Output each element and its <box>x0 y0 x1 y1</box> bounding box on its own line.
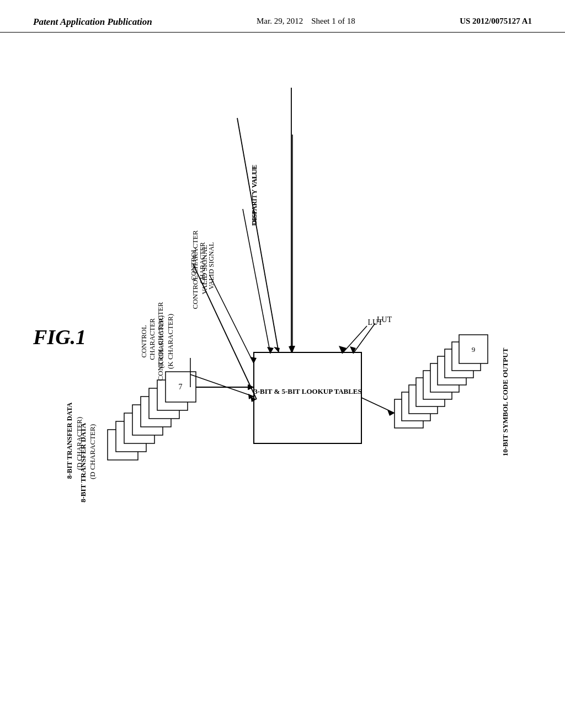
figure-diagram: 0 1 2 3 4 5 6 7 8-BIT TRANSFER DATA (D C… <box>0 33 565 705</box>
publication-number: US 2012/0075127 A1 <box>460 17 532 26</box>
svg-text:CONTROL: CONTROL <box>140 325 148 357</box>
svg-text:(D CHARACTER): (D CHARACTER) <box>88 424 97 479</box>
svg-text:CHARACTER: CHARACTER <box>199 242 206 283</box>
svg-line-60 <box>361 398 395 413</box>
diagram-area: FIG.1 0 1 2 3 4 5 6 7 8- <box>0 33 565 705</box>
svg-text:DISPARITY VALUE: DISPARITY VALUE <box>250 165 258 225</box>
svg-text:10-BIT SYMBOL CODE OUTPUT: 10-BIT SYMBOL CODE OUTPUT <box>501 347 509 456</box>
svg-marker-66 <box>248 384 254 390</box>
svg-text:LUT: LUT <box>377 315 392 324</box>
svg-text:3-BIT & 5-BIT LOOKUP TABLES: 3-BIT & 5-BIT LOOKUP TABLES <box>254 387 362 395</box>
svg-line-63 <box>237 118 279 352</box>
svg-text:7: 7 <box>179 383 183 391</box>
svg-line-80 <box>353 323 375 354</box>
svg-line-25 <box>210 275 254 363</box>
svg-text:(K CHARACTER): (K CHARACTER) <box>157 315 165 368</box>
svg-text:(K CHARACTER): (K CHARACTER) <box>166 314 174 369</box>
svg-rect-18 <box>254 352 361 443</box>
svg-text:9: 9 <box>472 345 476 354</box>
svg-text:(D CHARACTER): (D CHARACTER) <box>76 417 83 470</box>
svg-text:8-BIT TRANSFER DATA: 8-BIT TRANSFER DATA <box>66 403 73 479</box>
svg-text:CONTROL: CONTROL <box>190 248 198 280</box>
svg-line-37 <box>190 374 254 397</box>
publication-date-sheet: Mar. 29, 2012 Sheet 1 of 18 <box>257 17 355 26</box>
svg-marker-68 <box>274 347 280 352</box>
svg-text:VALID SIGNAL: VALID SIGNAL <box>207 242 215 290</box>
svg-text:CHARACTER: CHARACTER <box>148 318 156 360</box>
svg-marker-61 <box>387 410 395 416</box>
page-header: Patent Application Publication Mar. 29, … <box>0 0 565 33</box>
publication-title: Patent Application Publication <box>33 17 152 28</box>
